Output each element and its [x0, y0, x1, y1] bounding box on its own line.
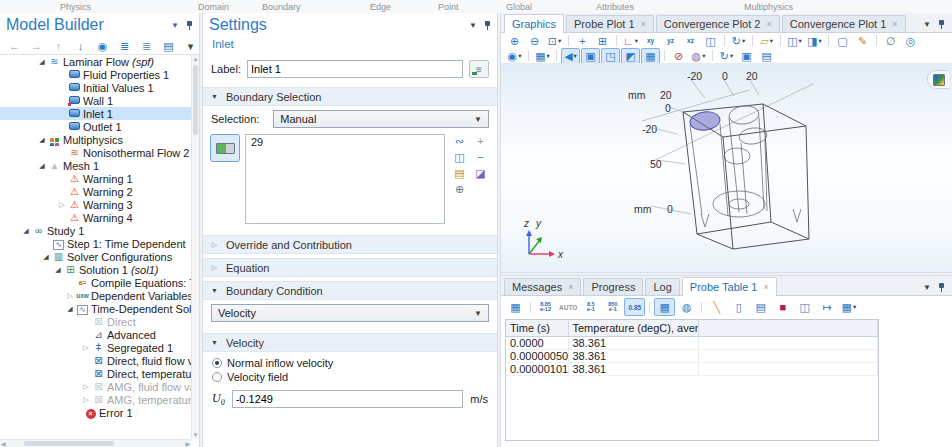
section-equation[interactable]: ▷ Equation [203, 258, 497, 277]
graphics-canvas[interactable]: z y x -20020mm200-2050mm0 [501, 63, 952, 272]
add-to-selection-icon[interactable]: + [471, 134, 490, 147]
table-row[interactable]: 0.000038.361 [506, 337, 878, 350]
toolbar-menu-icon[interactable]: ▾ [181, 38, 200, 54]
collapse-icon[interactable]: ◢ [20, 225, 32, 237]
table-cell[interactable]: 38.361 [568, 350, 698, 363]
table-display-icon[interactable]: ▦ [654, 298, 675, 316]
table-cell[interactable]: 0.0000010153 [506, 363, 568, 376]
table-cell[interactable]: 0.0000 [506, 337, 568, 350]
deselect-icon[interactable]: ⊘ [669, 48, 688, 64]
dropdown-arrow-icon[interactable]: ▾ [574, 52, 577, 60]
collapse-icon[interactable]: ◢ [40, 251, 52, 263]
view-hidden-icon[interactable]: ◎ [901, 33, 920, 49]
dropdown-arrow-icon[interactable]: ▾ [819, 37, 822, 45]
label-input[interactable] [247, 60, 463, 78]
show-icon[interactable]: ◉ [93, 38, 112, 54]
dropdown-arrow-icon[interactable]: ▾ [635, 37, 638, 45]
select-objects-toggle-icon[interactable]: ▣ [581, 48, 600, 64]
pin-icon[interactable] [938, 20, 945, 29]
tree-node-inlet-1[interactable]: Inlet 1 [0, 107, 199, 120]
tree-node-wall-1[interactable]: Wall 1 [0, 94, 199, 107]
open-image-icon[interactable]: ▱▾ [757, 33, 776, 49]
tree-node-time-dependent-solver-1[interactable]: ◢∿Time-Dependent Solver 1 [0, 302, 199, 315]
create-selection-icon[interactable]: ∾ [450, 134, 469, 147]
panel-menu-icon[interactable]: ▼ [923, 20, 931, 29]
table-format-icon[interactable]: ▦ [505, 298, 526, 316]
tab-log[interactable]: Log [645, 278, 679, 295]
pin-icon[interactable] [938, 283, 945, 292]
zoom-to-selection-icon[interactable]: ⊕ [450, 182, 469, 195]
export-table-icon[interactable]: ↦ [816, 298, 837, 316]
view-orientation-icon[interactable]: ∟▾ [621, 33, 640, 49]
node-text-icon[interactable]: ▤ [159, 38, 178, 54]
tree-node-dependent-variables-1[interactable]: ▷uxwDependent Variables 1 [0, 289, 199, 302]
select-boundaries-toggle-icon[interactable]: ◩ [621, 48, 640, 64]
section-velocity[interactable]: ▼ Velocity [203, 333, 497, 352]
table-row[interactable]: 0.000001015338.361 [506, 363, 878, 376]
paint-select-icon[interactable]: ✎ [853, 33, 872, 49]
tree-node-initial-values-1[interactable]: Initial Values 1 [0, 81, 199, 94]
engineering-notation-icon[interactable]: 850e-1 [602, 298, 623, 316]
close-tab-icon[interactable]: × [641, 19, 646, 29]
move-up-icon[interactable]: ↑ [49, 38, 68, 54]
plot-thumbnail-button[interactable] [927, 70, 949, 89]
auto-notation-icon[interactable]: AUTO [557, 298, 579, 316]
wireframe-rendering-icon[interactable]: ▦▾ [533, 48, 552, 64]
dropdown-arrow-icon[interactable]: ▾ [799, 37, 802, 45]
tree-node-direct-temperature-ht[interactable]: ⊠Direct, temperature (ht) [0, 367, 199, 380]
collapse-icon[interactable]: ◢ [36, 134, 48, 146]
table-cell[interactable] [698, 363, 878, 376]
close-tab-icon[interactable]: × [568, 282, 573, 292]
animation-icon[interactable]: ◨▾ [805, 33, 824, 49]
tab-probe-table-1[interactable]: Probe Table 1× [682, 277, 777, 296]
collapse-icon[interactable]: ◢ [52, 264, 64, 276]
delete-table-icon[interactable]: ▯ [728, 298, 749, 316]
tree-vertical-scrollbar[interactable]: ▲▼ [191, 55, 199, 439]
radio-dot[interactable] [212, 372, 222, 382]
select-edges-toggle-icon[interactable]: ▦ [641, 48, 660, 64]
forward-icon[interactable]: → [27, 38, 46, 54]
copy-selection-icon[interactable]: ◫ [450, 150, 469, 163]
rename-icon[interactable]: ≡ [469, 60, 489, 78]
dropdown-arrow-icon[interactable]: ▾ [518, 52, 521, 60]
snapshot-camera-icon[interactable]: ▣ [737, 48, 756, 64]
rotate-icon[interactable]: ↻▾ [729, 33, 748, 49]
select-boundaries-icon[interactable]: ◀▾ [561, 48, 580, 64]
copy-table-icon[interactable]: ◫ [794, 298, 815, 316]
collapse-icon[interactable]: ◢ [36, 56, 48, 68]
zoom-in-icon[interactable]: ⊕ [505, 33, 524, 49]
scientific-notation-icon[interactable]: 8.5e-1 [580, 298, 601, 316]
panel-menu-icon[interactable]: ▼ [923, 283, 931, 292]
preview-table-icon[interactable]: ▤ [750, 298, 771, 316]
tree-node-step-1-time-dependent[interactable]: ∿Step 1: Time Dependent [0, 237, 199, 250]
hide-objects-icon[interactable]: ∅ [881, 33, 900, 49]
zoom-box-icon[interactable]: ⊡▾ [545, 33, 564, 49]
tree-node-multiphysics[interactable]: ◢Multiphysics [0, 133, 199, 146]
dropdown-arrow-icon[interactable]: ▾ [770, 37, 773, 45]
selection-list[interactable]: 29 [245, 134, 445, 224]
tree-node-nonisothermal-flow-2[interactable]: ≋Nonisothermal Flow 2(nitf2) [0, 146, 199, 159]
scene-camera-icon[interactable]: ◫ [701, 33, 720, 49]
tree-node-outlet-1[interactable]: Outlet 1 [0, 120, 199, 133]
close-tab-icon[interactable]: × [892, 19, 897, 29]
radio-normal-inflow-velocity[interactable]: Normal inflow velocity [203, 356, 497, 370]
move-down-icon[interactable]: ↓ [71, 38, 90, 54]
full-precision-icon[interactable]: 8.85e-12 [535, 298, 556, 316]
tree-node-segregated-1[interactable]: ▷ǂSegregated 1 [0, 341, 199, 354]
u0-input[interactable] [232, 390, 464, 408]
tree-node-warning-4[interactable]: ⚠Warning 4 [0, 211, 199, 224]
dropdown-arrow-icon[interactable]: ▾ [702, 52, 705, 60]
table-cell[interactable] [698, 350, 878, 363]
dropdown-arrow-icon[interactable]: ▾ [853, 303, 856, 311]
tab-progress[interactable]: Progress [583, 278, 643, 295]
pin-icon[interactable] [186, 21, 193, 30]
tab-convergence-plot-1[interactable]: Convergence Plot 1× [782, 15, 906, 32]
selection-combo[interactable]: Manual ▼ [273, 110, 489, 128]
tab-graphics[interactable]: Graphics [504, 14, 564, 33]
selection-list-item[interactable]: 29 [251, 136, 439, 149]
section-override[interactable]: ▷ Override and Contribution [203, 235, 497, 254]
close-tab-icon[interactable]: × [766, 19, 771, 29]
show-hide-icon[interactable]: ◉▾ [505, 48, 524, 64]
tree-node-solution-1[interactable]: ◢⊞Solution 1(sol1) [0, 263, 199, 276]
zoom-extents-icon[interactable]: ⊞ [593, 33, 612, 49]
